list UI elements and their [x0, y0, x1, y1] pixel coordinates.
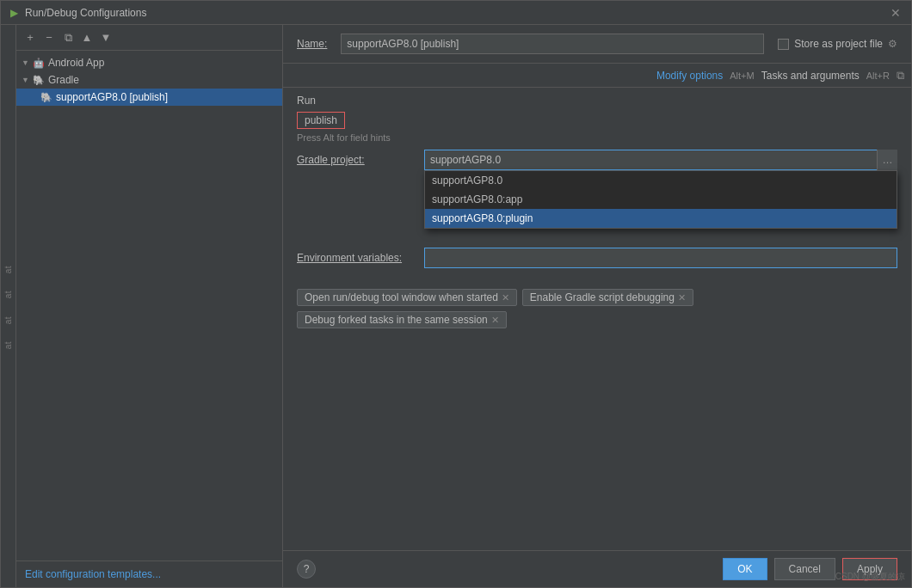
title-bar: ▶ Run/Debug Configurations ✕: [1, 1, 911, 25]
gradle-project-row: Gradle project: … supportAGP8.0 supportA…: [297, 150, 897, 170]
name-label: Name:: [297, 38, 327, 50]
store-project-area: Store as project file ⚙: [778, 38, 897, 50]
chips-area: Open run/debug tool window when started …: [283, 282, 911, 340]
store-checkbox[interactable]: [778, 39, 789, 50]
browse-button[interactable]: …: [877, 150, 897, 170]
content-area: at at at at + − ⧉ ▲ ▼ ▼ 🤖 Android App: [1, 25, 911, 587]
chip-debug-forked-tasks-label: Debug forked tasks in the same session: [305, 314, 488, 326]
env-vars-input-container: [424, 248, 897, 268]
side-label-2: at: [3, 291, 13, 298]
dialog-icon: ▶: [8, 7, 20, 19]
chip-enable-gradle-debug: Enable Gradle script debugging ✕: [522, 289, 693, 306]
support-agp-label: supportAGP8.0 [publish]: [56, 91, 168, 103]
options-bar: Modify options Alt+M Tasks and arguments…: [283, 64, 911, 88]
tasks-args-shortcut: Alt+R: [866, 70, 890, 81]
edit-templates-link[interactable]: Edit configuration templates...: [25, 568, 161, 580]
env-vars-input[interactable]: [424, 248, 897, 268]
help-button[interactable]: ?: [297, 560, 316, 579]
right-header: Name: Store as project file ⚙: [283, 25, 911, 64]
store-project-label: Store as project file: [794, 38, 883, 50]
gradle-label: Gradle: [48, 74, 79, 86]
move-up-button[interactable]: ▲: [78, 29, 96, 46]
copy-button[interactable]: ⧉: [897, 69, 904, 83]
side-label-3: at: [3, 316, 13, 324]
remove-button[interactable]: −: [40, 29, 58, 46]
run-header: Run: [297, 95, 897, 107]
gradle-config-icon: 🐘: [40, 92, 52, 103]
gradle-project-input-container: … supportAGP8.0 supportAGP8.0:app suppor…: [424, 150, 897, 170]
chip-open-tool-window-close[interactable]: ✕: [502, 292, 509, 303]
env-vars-label: Environment variables:: [297, 252, 424, 264]
hint-text: Press Alt for field hints: [297, 132, 897, 143]
chip-open-tool-window: Open run/debug tool window when started …: [297, 289, 517, 306]
chip-row-1: Open run/debug tool window when started …: [297, 289, 897, 306]
run-section: Run publish Press Alt for field hints Gr…: [283, 88, 911, 282]
task-tag-publish[interactable]: publish: [297, 112, 345, 129]
tree-group-gradle[interactable]: ▼ 🐘 Gradle: [16, 71, 282, 89]
left-panel: + − ⧉ ▲ ▼ ▼ 🤖 Android App ▼ 🐘 Gradle: [16, 25, 283, 587]
add-button[interactable]: +: [22, 29, 39, 46]
modify-options-shortcut: Alt+M: [730, 70, 754, 81]
side-labels-panel: at at at at: [1, 25, 16, 587]
tree-item-support-agp[interactable]: 🐘 supportAGP8.0 [publish]: [16, 89, 282, 106]
modify-options-link[interactable]: Modify options: [656, 70, 723, 82]
dropdown-item-2[interactable]: supportAGP8.0:plugin: [425, 209, 897, 228]
tree-group-android-app[interactable]: ▼ 🤖 Android App: [16, 54, 282, 71]
env-vars-row: Environment variables:: [297, 248, 897, 268]
side-label-1: at: [3, 266, 13, 273]
config-tree: ▼ 🤖 Android App ▼ 🐘 Gradle 🐘 supportAGP8…: [16, 51, 282, 560]
chevron-down-icon: ▼: [22, 76, 29, 84]
chip-row-2: Debug forked tasks in the same session ✕: [297, 311, 897, 328]
right-panel: Name: Store as project file ⚙ Modify opt…: [283, 25, 911, 587]
gradle-project-input[interactable]: [424, 150, 897, 170]
cancel-button[interactable]: Cancel: [774, 558, 835, 580]
left-toolbar: + − ⧉ ▲ ▼: [16, 25, 282, 51]
chip-enable-gradle-debug-label: Enable Gradle script debugging: [530, 291, 675, 303]
chevron-right-icon: ▼: [22, 58, 29, 67]
move-down-button[interactable]: ▼: [97, 29, 114, 46]
close-button[interactable]: ✕: [887, 4, 904, 21]
chip-open-tool-window-label: Open run/debug tool window when started: [305, 291, 498, 303]
gradle-project-dropdown: supportAGP8.0 supportAGP8.0:app supportA…: [424, 170, 897, 229]
dropdown-item-1[interactable]: supportAGP8.0:app: [425, 190, 897, 209]
dialog-title: Run/Debug Configurations: [25, 7, 887, 19]
copy-config-button[interactable]: ⧉: [59, 29, 77, 46]
gear-icon[interactable]: ⚙: [888, 38, 897, 50]
run-debug-dialog: ▶ Run/Debug Configurations ✕ at at at at…: [0, 0, 912, 588]
dropdown-item-0[interactable]: supportAGP8.0: [425, 171, 897, 190]
chip-debug-forked-tasks: Debug forked tasks in the same session ✕: [297, 311, 507, 328]
watermark: CSDN @盛夏的凉: [835, 571, 905, 583]
side-label-4: at: [3, 341, 13, 349]
ok-button[interactable]: OK: [723, 558, 767, 580]
chip-enable-gradle-debug-close[interactable]: ✕: [678, 292, 686, 303]
chip-debug-forked-tasks-close[interactable]: ✕: [491, 315, 499, 326]
android-icon: 🤖: [33, 58, 45, 69]
gradle-project-label: Gradle project:: [297, 154, 424, 166]
android-app-label: Android App: [48, 57, 104, 69]
bottom-bar: ? OK Cancel Apply: [283, 550, 911, 587]
name-input[interactable]: [341, 34, 764, 54]
gradle-icon: 🐘: [33, 75, 45, 86]
left-footer: Edit configuration templates...: [16, 560, 282, 587]
tasks-and-arguments-label: Tasks and arguments: [761, 70, 860, 82]
